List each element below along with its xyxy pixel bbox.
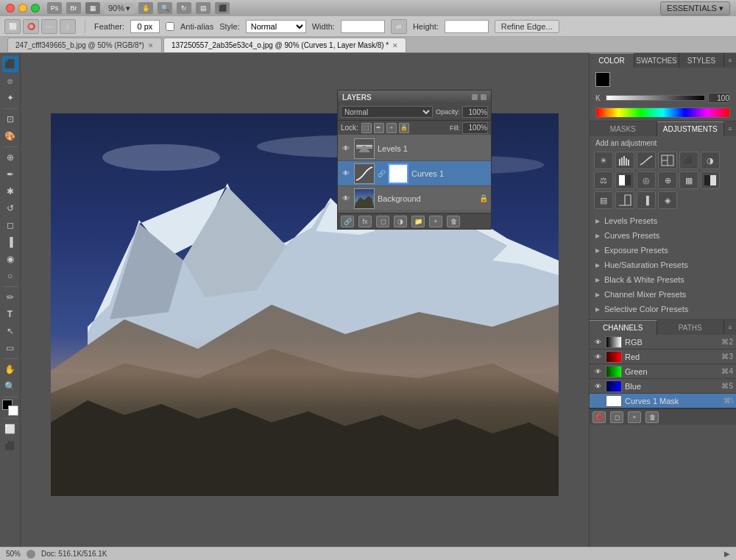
lock-all-icon[interactable]: 🔒 xyxy=(399,123,409,133)
tab-paths[interactable]: PATHS xyxy=(657,320,725,335)
ch-new-btn[interactable]: + xyxy=(628,411,641,423)
preset-row-huesat[interactable]: ▶ Hue/Saturation Presets xyxy=(592,258,733,272)
adj-photofilter-icon[interactable]: ◎ xyxy=(637,171,656,189)
type-tool[interactable]: T xyxy=(2,306,18,322)
hand-tool[interactable]: ✋ xyxy=(2,361,18,378)
marquee-single-row-btn[interactable]: — xyxy=(41,19,57,34)
layer-group-btn[interactable]: 📁 xyxy=(411,216,425,227)
channel-row-blue[interactable]: 👁 Blue ⌘5 xyxy=(590,379,736,394)
shape-tool[interactable]: ▭ xyxy=(2,340,18,356)
ch-selection-btn[interactable]: ⭕ xyxy=(592,411,606,423)
color-selector[interactable] xyxy=(2,400,18,416)
tab-1[interactable]: 137250557_2ab35e53c4_o.jpg @ 90% (Curves… xyxy=(163,38,406,52)
panel-minimize[interactable] xyxy=(472,94,478,100)
k-slider[interactable] xyxy=(606,95,705,101)
layer-vis-levels[interactable]: 👁 xyxy=(341,143,351,154)
width-input[interactable] xyxy=(341,20,385,33)
adj-invert-icon[interactable] xyxy=(701,171,720,189)
canvas-area[interactable]: LAYERS Normal Multiply Screen Opacity: xyxy=(21,53,589,560)
k-value-input[interactable] xyxy=(708,93,730,103)
ch-delete-btn[interactable]: 🗑 xyxy=(645,411,659,423)
preset-row-bw[interactable]: ▶ Black & White Presets xyxy=(592,272,733,287)
channel-row-green[interactable]: 👁 Green ⌘4 xyxy=(590,364,736,379)
clone-stamp-tool[interactable]: ✱ xyxy=(2,183,18,199)
bottom-info-btn[interactable] xyxy=(26,550,35,559)
eraser-tool[interactable]: ◻ xyxy=(2,217,18,233)
adj-threshold-icon[interactable] xyxy=(615,191,634,209)
adj-solid-color-icon[interactable]: ☀ xyxy=(594,152,613,169)
preset-row-curves[interactable]: ▶ Curves Presets xyxy=(592,228,733,243)
adj-colorlookup-icon[interactable]: ▦ xyxy=(679,171,698,189)
brush-tool[interactable]: ✒ xyxy=(2,166,18,182)
adj-curves-icon[interactable] xyxy=(637,152,656,169)
br-icon[interactable]: Br xyxy=(66,2,81,14)
layout-icon[interactable]: ▦ xyxy=(85,2,100,14)
screen-mode-tool[interactable]: ⬛ xyxy=(2,438,18,454)
height-input[interactable] xyxy=(445,20,489,33)
marquee-ellipse-btn[interactable]: ⭕ xyxy=(23,19,39,34)
marquee-single-col-btn[interactable]: | xyxy=(60,19,76,34)
layer-link-btn[interactable]: 🔗 xyxy=(341,216,354,227)
adj-bw-icon[interactable] xyxy=(615,171,634,189)
tab-color[interactable]: COLOR xyxy=(590,53,634,68)
blur-tool[interactable]: ◉ xyxy=(2,251,18,267)
rotate-icon[interactable]: ↻ xyxy=(177,2,191,14)
zoom-indicator[interactable]: 90% ▾ xyxy=(105,3,134,14)
quick-select-tool[interactable]: ✦ xyxy=(2,90,18,106)
lock-transparent-icon[interactable]: ⬚ xyxy=(361,123,372,133)
window-controls[interactable] xyxy=(6,4,40,13)
adj-exposure-icon[interactable] xyxy=(658,152,677,169)
channel-vis-red[interactable]: 👁 xyxy=(592,352,603,362)
panel-controls[interactable] xyxy=(472,94,486,100)
zoom-tool[interactable]: 🔍 xyxy=(2,378,18,394)
channel-row-curves-mask[interactable]: Curves 1 Mask ⌘\ xyxy=(590,394,736,408)
crop-tool[interactable]: ⊡ xyxy=(2,111,18,127)
layer-row-bg[interactable]: 👁 Background 🔒 xyxy=(338,186,491,211)
adj-vibrance-icon[interactable]: ⬛ xyxy=(679,152,698,169)
layer-vis-curves[interactable]: 👁 xyxy=(341,169,351,179)
channel-vis-rgb[interactable]: 👁 xyxy=(592,337,603,347)
adj-selective-icon[interactable]: ◈ xyxy=(658,191,677,209)
eyedropper-tool[interactable]: 🎨 xyxy=(2,128,18,144)
blend-mode-select[interactable]: Normal Multiply Screen xyxy=(341,106,433,118)
layer-row-levels[interactable]: 👁 Levels 1 xyxy=(338,136,491,161)
channel-vis-mask[interactable] xyxy=(592,396,603,406)
fill-input[interactable] xyxy=(462,122,488,134)
selection-tool[interactable]: ⬛ xyxy=(2,56,18,72)
layer-new-btn[interactable]: + xyxy=(429,216,442,227)
close-button[interactable] xyxy=(6,4,15,13)
refine-edge-button[interactable]: Refine Edge... xyxy=(495,20,559,33)
history-brush-tool[interactable]: ↺ xyxy=(2,200,18,216)
gradient-tool[interactable]: ▐ xyxy=(2,234,18,250)
essentials-area[interactable]: ESSENTIALS ▾ xyxy=(660,1,730,15)
opacity-input[interactable] xyxy=(462,106,488,118)
minimize-button[interactable] xyxy=(18,4,27,13)
tab-masks[interactable]: MASKS xyxy=(590,121,657,136)
color-panel-menu[interactable]: ≡ xyxy=(724,53,736,68)
feather-input[interactable] xyxy=(130,20,160,33)
adj-channelmix-icon[interactable]: ⊕ xyxy=(658,171,677,189)
dodge-tool[interactable]: ○ xyxy=(2,268,18,284)
pen-tool[interactable]: ✏ xyxy=(2,289,18,305)
adj-hue-icon[interactable]: ◑ xyxy=(701,152,720,169)
layer-adj-btn[interactable]: ◑ xyxy=(394,216,407,227)
maximize-button[interactable] xyxy=(31,4,40,13)
view-icon[interactable]: ▤ xyxy=(196,2,210,14)
layer-delete-btn[interactable]: 🗑 xyxy=(447,216,460,227)
adj-colorbalance-icon[interactable]: ⚖ xyxy=(594,171,613,189)
hand-tool-icon[interactable]: ✋ xyxy=(138,2,153,14)
color-spectrum[interactable] xyxy=(595,107,730,118)
anti-alias-checkbox[interactable] xyxy=(166,22,174,31)
preset-row-levels[interactable]: ▶ Levels Presets xyxy=(592,213,733,228)
channel-vis-blue[interactable]: 👁 xyxy=(592,381,603,391)
channels-panel-menu[interactable]: ≡ xyxy=(724,320,736,335)
layer-vis-bg[interactable]: 👁 xyxy=(341,194,351,204)
tab-0-close[interactable]: ✕ xyxy=(148,42,154,49)
channel-vis-green[interactable]: 👁 xyxy=(592,366,603,377)
healing-tool[interactable]: ⊕ xyxy=(2,149,18,166)
background-color[interactable] xyxy=(8,405,18,416)
lock-image-icon[interactable]: ✒ xyxy=(374,123,384,133)
foreground-swatch[interactable] xyxy=(595,72,610,87)
channel-row-red[interactable]: 👁 Red ⌘3 xyxy=(590,350,736,364)
masks-panel-menu[interactable]: ≡ xyxy=(724,121,736,136)
